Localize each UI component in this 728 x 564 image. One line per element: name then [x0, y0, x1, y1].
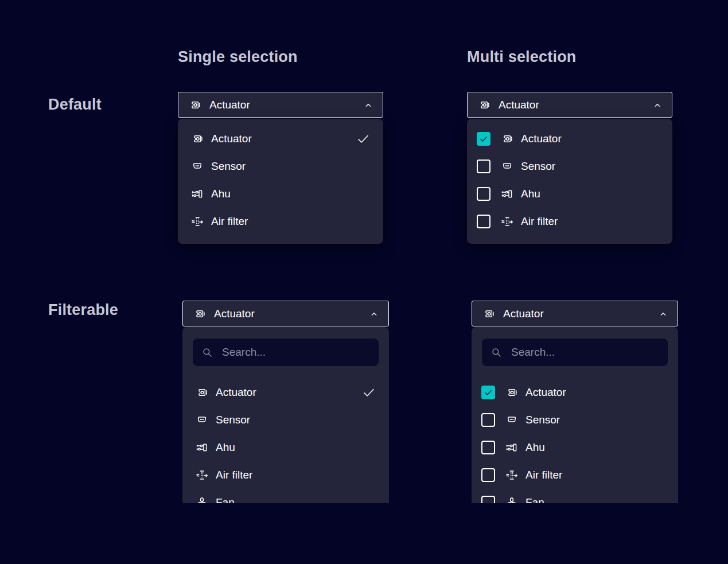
option-label: Sensor	[521, 160, 555, 173]
option-actuator[interactable]: Actuator	[467, 125, 672, 153]
option-air-filter[interactable]: Air filter	[472, 461, 678, 489]
search-box	[193, 339, 379, 366]
actuator-icon	[193, 307, 207, 321]
option-label: Fan	[216, 496, 235, 503]
air-filter-icon	[500, 215, 514, 228]
search-box	[482, 339, 668, 366]
option-actuator[interactable]: Actuator	[472, 379, 678, 406]
option-air-filter[interactable]: Air filter	[467, 208, 672, 235]
option-label: Air filter	[525, 469, 562, 481]
sensor-icon	[500, 160, 514, 173]
option-actuator[interactable]: Actuator	[182, 379, 389, 406]
checkbox-checked[interactable]	[481, 386, 495, 399]
air-filter-icon	[190, 215, 204, 228]
row-label-filterable: Filterable	[48, 301, 118, 319]
search-icon	[490, 346, 503, 359]
option-label: Ahu	[216, 441, 235, 454]
actuator-icon	[190, 132, 204, 146]
sensor-icon	[505, 413, 519, 427]
option-label: Fan	[525, 496, 544, 503]
select-value: Actuator	[214, 308, 255, 320]
chevron-up-icon	[652, 99, 663, 111]
checkbox-unchecked[interactable]	[477, 187, 490, 201]
actuator-icon	[188, 98, 202, 112]
option-ahu[interactable]: Ahu	[472, 434, 678, 461]
dropdown-panel: Actuator Sensor Ahu Air filter	[472, 327, 678, 503]
row-label-default: Default	[48, 96, 102, 114]
option-ahu[interactable]: Ahu	[182, 434, 389, 461]
option-label: Sensor	[525, 414, 560, 426]
chevron-up-icon	[368, 308, 380, 320]
option-actuator[interactable]: Actuator	[178, 125, 383, 153]
check-icon	[361, 385, 376, 400]
option-label: Air filter	[521, 215, 558, 228]
option-label: Ahu	[525, 441, 545, 454]
dropdown-panel: Actuator Sensor Ahu Air filter	[178, 119, 383, 244]
select-value: Actuator	[499, 99, 539, 111]
select-trigger[interactable]: Actuator	[467, 92, 672, 118]
actuator-icon	[505, 386, 519, 399]
option-sensor[interactable]: Sensor	[467, 153, 672, 180]
ahu-icon	[195, 441, 209, 454]
checkbox-unchecked[interactable]	[481, 468, 495, 482]
checkbox-checked[interactable]	[477, 132, 490, 146]
column-header-multi-selection: Multi selection	[467, 48, 577, 66]
actuator-icon	[195, 386, 209, 399]
select-value: Actuator	[503, 308, 544, 320]
select-trigger[interactable]: Actuator	[182, 301, 389, 326]
air-filter-icon	[195, 468, 209, 482]
option-label: Air filter	[211, 215, 248, 228]
checkbox-unchecked[interactable]	[481, 441, 495, 454]
option-label: Sensor	[216, 414, 250, 426]
checkbox-unchecked[interactable]	[477, 160, 490, 173]
checkbox-unchecked[interactable]	[477, 215, 490, 228]
fan-icon	[195, 496, 209, 503]
ahu-icon	[190, 187, 204, 201]
dropdown-panel: Actuator Sensor Ahu Air filter Fa	[182, 327, 389, 503]
option-sensor[interactable]: Sensor	[472, 406, 678, 434]
option-label: Ahu	[211, 188, 231, 200]
checkbox-unchecked[interactable]	[481, 413, 495, 427]
select-trigger[interactable]: Actuator	[472, 301, 678, 326]
option-air-filter[interactable]: Air filter	[178, 208, 383, 235]
search-input[interactable]	[221, 345, 371, 359]
option-ahu[interactable]: Ahu	[467, 180, 672, 208]
option-label: Actuator	[211, 133, 252, 145]
option-fan[interactable]: Fan	[182, 489, 389, 503]
check-icon	[356, 131, 371, 146]
dropdown-component-showcase: Single selection Multi selection Default…	[0, 0, 728, 564]
option-ahu[interactable]: Ahu	[178, 180, 383, 208]
column-header-single-selection: Single selection	[178, 48, 298, 66]
check-icon	[483, 387, 493, 398]
sensor-icon	[195, 413, 209, 427]
actuator-icon	[482, 307, 496, 321]
fan-icon	[505, 496, 519, 503]
option-label: Actuator	[525, 386, 566, 399]
dropdown-panel: Actuator Sensor Ahu Air filter	[467, 119, 672, 244]
search-icon	[201, 346, 213, 359]
actuator-icon	[500, 132, 514, 146]
option-sensor[interactable]: Sensor	[182, 406, 389, 434]
chevron-up-icon	[657, 308, 669, 320]
check-icon	[478, 134, 489, 144]
option-label: Air filter	[216, 469, 252, 481]
sensor-icon	[190, 160, 204, 173]
ahu-icon	[500, 187, 514, 201]
option-fan[interactable]: Fan	[472, 489, 678, 503]
search-input[interactable]	[510, 345, 660, 359]
option-label: Actuator	[521, 133, 562, 145]
option-air-filter[interactable]: Air filter	[182, 461, 389, 489]
air-filter-icon	[505, 468, 519, 482]
option-sensor[interactable]: Sensor	[178, 153, 383, 180]
option-label: Ahu	[521, 188, 540, 200]
actuator-icon	[477, 98, 491, 112]
select-value: Actuator	[209, 99, 250, 111]
ahu-icon	[505, 441, 519, 454]
select-trigger[interactable]: Actuator	[178, 92, 383, 118]
option-label: Sensor	[211, 160, 246, 173]
checkbox-unchecked[interactable]	[481, 496, 495, 503]
chevron-up-icon	[363, 99, 374, 111]
option-label: Actuator	[216, 386, 256, 399]
